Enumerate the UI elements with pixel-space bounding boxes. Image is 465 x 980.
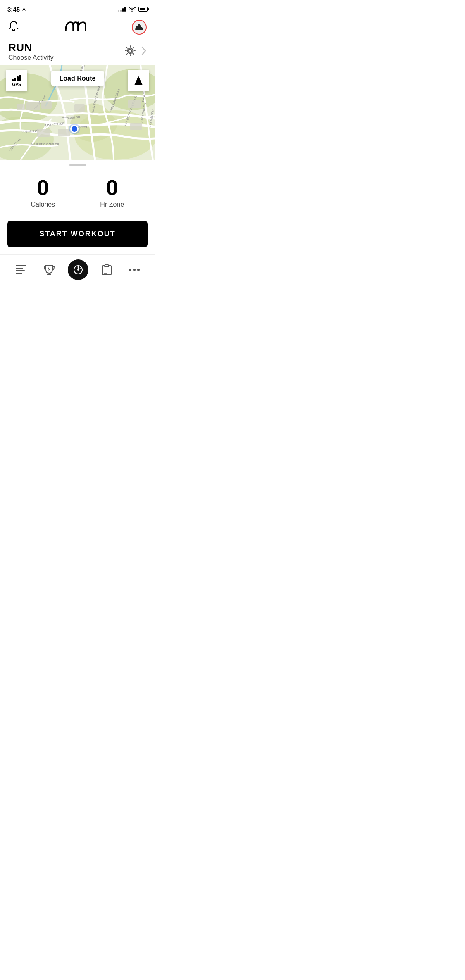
- svg-point-46: [129, 269, 131, 271]
- status-bar: 3:45: [0, 0, 155, 17]
- gps-label: GPS: [12, 82, 21, 87]
- more-icon: [128, 268, 141, 272]
- nav-challenges[interactable]: [40, 262, 58, 277]
- nav-record-button[interactable]: [68, 259, 88, 280]
- next-activity-button[interactable]: [141, 46, 147, 57]
- signal-bars-icon: [118, 7, 126, 12]
- gps-signal-icon: [12, 75, 21, 81]
- svg-rect-32: [16, 268, 23, 269]
- feed-icon: [15, 264, 27, 275]
- nav-more[interactable]: [125, 266, 144, 274]
- activity-controls: [124, 45, 147, 58]
- shoe-icon: [134, 23, 144, 31]
- chevron-right-icon: [141, 46, 147, 55]
- bottom-nav: [0, 254, 155, 288]
- record-icon: [73, 264, 83, 275]
- battery-icon: [138, 7, 148, 12]
- calories-value: 0: [8, 177, 78, 198]
- svg-rect-25: [37, 129, 50, 137]
- wifi-icon: [129, 7, 136, 12]
- svg-rect-31: [16, 265, 26, 266]
- gear-icon: [124, 45, 136, 57]
- svg-rect-30: [130, 123, 142, 130]
- profile-avatar[interactable]: [132, 20, 147, 35]
- nav-feed[interactable]: [12, 263, 31, 277]
- calories-label: Calories: [8, 201, 78, 208]
- svg-rect-28: [74, 104, 85, 112]
- ua-logo: [62, 19, 89, 36]
- activity-title: RUN: [8, 41, 53, 54]
- trophy-icon: [43, 264, 55, 276]
- svg-rect-24: [41, 101, 52, 109]
- clipboard-icon: [101, 264, 112, 276]
- gps-button[interactable]: GPS: [6, 70, 27, 91]
- svg-text:OXEN WAY: OXEN WAY: [72, 125, 88, 128]
- svg-point-47: [133, 269, 136, 271]
- compass-button[interactable]: [128, 70, 149, 91]
- settings-button[interactable]: [124, 45, 136, 58]
- hr-zone-value: 0: [78, 177, 147, 198]
- svg-rect-42: [105, 265, 109, 267]
- svg-point-0: [131, 10, 132, 11]
- svg-point-3: [129, 50, 131, 52]
- location-arrow-icon: [21, 7, 26, 12]
- map-container[interactable]: HALSELL DR COWDEN DR OXSHEER DR OXEN WAY…: [0, 65, 155, 160]
- hr-zone-stat: 0 Hr Zone: [78, 177, 147, 208]
- svg-rect-34: [16, 273, 22, 274]
- svg-point-40: [77, 269, 79, 271]
- drag-handle-bar: [69, 164, 86, 166]
- calories-stat: 0 Calories: [8, 177, 78, 208]
- svg-rect-33: [16, 270, 25, 271]
- start-workout-button[interactable]: START WORKOUT: [7, 221, 148, 247]
- svg-rect-26: [58, 129, 70, 136]
- compass-arrow-icon: [134, 76, 143, 85]
- svg-point-48: [137, 269, 140, 271]
- status-time: 3:45: [7, 6, 26, 13]
- load-route-button[interactable]: Load Route: [51, 71, 104, 86]
- svg-rect-27: [17, 104, 25, 110]
- activity-subtitle[interactable]: Choose Activity: [8, 54, 53, 62]
- svg-text:MAJESTIC OAKS DR: MAJESTIC OAKS DR: [31, 143, 59, 146]
- activity-title-group: RUN Choose Activity: [8, 41, 53, 62]
- notifications-button[interactable]: [8, 21, 19, 34]
- svg-rect-23: [26, 102, 40, 110]
- hr-zone-label: Hr Zone: [78, 201, 147, 208]
- top-nav-bar: [0, 17, 155, 40]
- drag-handle[interactable]: [0, 160, 155, 169]
- activity-header: RUN Choose Activity: [0, 40, 155, 65]
- bell-icon: [8, 21, 19, 32]
- svg-rect-29: [128, 100, 141, 108]
- under-armour-logo-icon: [62, 19, 89, 34]
- nav-plans[interactable]: [98, 262, 115, 277]
- status-indicators: [118, 7, 148, 12]
- stats-row: 0 Calories 0 Hr Zone: [0, 169, 155, 212]
